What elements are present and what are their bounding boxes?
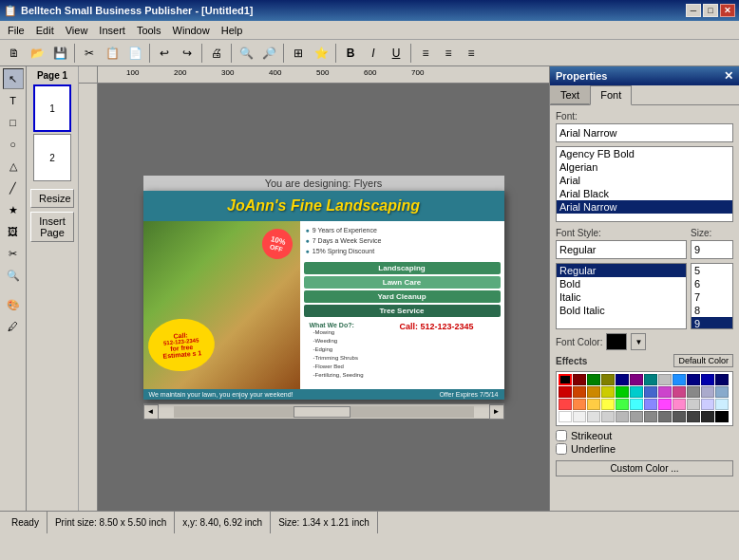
palette-cell-smoke[interactable] (587, 411, 600, 422)
palette-cell-lavender[interactable] (701, 386, 714, 398)
palette-cell-orange-dark[interactable] (573, 386, 586, 398)
palette-cell-gray4[interactable] (658, 411, 672, 422)
properties-close-button[interactable]: ✕ (724, 69, 733, 83)
crop-tool[interactable]: ✂ (3, 243, 24, 264)
ellipse-tool[interactable]: ○ (3, 134, 24, 155)
scroll-track[interactable] (174, 406, 474, 418)
color-swatch[interactable] (606, 333, 627, 350)
font-item-agency[interactable]: Agency FB Bold (557, 147, 732, 160)
star-button[interactable]: ⭐ (311, 43, 332, 64)
font-item-algerian[interactable]: Algerian (557, 160, 732, 174)
menu-edit[interactable]: Edit (30, 23, 60, 38)
palette-cell-magenta[interactable] (658, 399, 672, 410)
underline-button[interactable]: U (386, 43, 407, 64)
palette-cell-gold[interactable] (587, 399, 600, 410)
palette-cell-purple[interactable] (630, 374, 643, 385)
palette-cell-pink-dark[interactable] (673, 386, 686, 398)
zoom-out-button[interactable]: 🔎 (258, 43, 279, 64)
palette-cell-gray2[interactable] (630, 411, 643, 422)
default-color-button[interactable]: Default Color (673, 354, 733, 367)
align-right-button[interactable]: ≡ (461, 43, 482, 64)
color-dropdown[interactable]: ▼ (631, 333, 646, 350)
style-item-regular[interactable]: Regular (557, 264, 686, 277)
palette-cell-gray[interactable] (687, 386, 700, 398)
service-btn-yard[interactable]: Yard Cleanup (304, 290, 501, 303)
undo-button[interactable]: ↩ (154, 43, 175, 64)
palette-cell-violet[interactable] (658, 386, 672, 398)
palette-cell-darkgreen[interactable] (587, 374, 600, 385)
shape-tool[interactable]: □ (3, 112, 24, 133)
font-item-arial-narrow[interactable]: Arial Narrow (557, 200, 732, 214)
style-item-bold-italic[interactable]: Bold Italic (557, 304, 686, 317)
size-item-9[interactable]: 9 (692, 317, 732, 329)
size-item-5[interactable]: 5 (692, 264, 732, 277)
size-input[interactable] (691, 240, 733, 259)
resize-button[interactable]: Resize (30, 189, 74, 208)
align-center-button[interactable]: ≡ (438, 43, 459, 64)
italic-button[interactable]: I (363, 43, 384, 64)
palette-cell-lightblue[interactable] (715, 399, 729, 410)
select-tool[interactable]: ↖ (3, 68, 24, 89)
palette-cell-yellow-dark[interactable] (601, 386, 615, 398)
palette-cell-lime-bright[interactable] (616, 399, 629, 410)
palette-cell-nearblack[interactable] (701, 411, 714, 422)
custom-color-button[interactable]: Custom Color ... (556, 460, 733, 476)
palette-cell-silver2[interactable] (616, 411, 629, 422)
image-tool[interactable]: 🖼 (3, 221, 24, 242)
palette-cell-black2[interactable] (715, 411, 729, 422)
palette-cell-gray5[interactable] (673, 411, 686, 422)
font-input[interactable] (556, 123, 733, 142)
close-button[interactable]: ✕ (720, 4, 735, 17)
scroll-left-arrow[interactable]: ◄ (143, 404, 159, 420)
palette-cell-gray3[interactable] (644, 411, 657, 422)
paste-button[interactable]: 📄 (124, 43, 145, 64)
copy-button[interactable]: 📋 (102, 43, 123, 64)
maximize-button[interactable]: □ (703, 4, 718, 17)
size-item-8[interactable]: 8 (692, 304, 732, 317)
underline-checkbox[interactable] (556, 443, 567, 455)
tab-font[interactable]: Font (590, 85, 632, 105)
horizontal-scrollbar[interactable]: ◄ ► (143, 403, 504, 419)
size-item-7[interactable]: 7 (692, 290, 732, 304)
table-button[interactable]: ⊞ (288, 43, 309, 64)
print-button[interactable]: 🖨 (206, 43, 227, 64)
menu-view[interactable]: View (60, 23, 94, 38)
palette-cell-silver[interactable] (658, 374, 672, 385)
palette-cell-lightgray[interactable] (687, 399, 700, 410)
zoom-in-button[interactable]: 🔍 (236, 43, 256, 64)
menu-tools[interactable]: Tools (131, 23, 167, 38)
align-left-button[interactable]: ≡ (415, 43, 436, 64)
menu-insert[interactable]: Insert (93, 23, 131, 38)
palette-cell-lime[interactable] (616, 386, 629, 398)
palette-cell-cyan-dark[interactable] (630, 386, 643, 398)
palette-cell-salmon[interactable] (573, 399, 586, 410)
minimize-button[interactable]: ─ (686, 4, 701, 17)
menu-help[interactable]: Help (216, 23, 249, 38)
style-item-italic[interactable]: Italic (557, 290, 686, 304)
star-tool[interactable]: ★ (3, 199, 24, 220)
palette-cell-darkblue[interactable] (715, 374, 729, 385)
font-item-arial-black[interactable]: Arial Black (557, 187, 732, 200)
palette-cell-yellow[interactable] (601, 399, 615, 410)
palette-cell-blue[interactable] (701, 374, 714, 385)
redo-button[interactable]: ↪ (177, 43, 198, 64)
menu-window[interactable]: Window (167, 23, 216, 38)
new-button[interactable]: 🗎 (4, 43, 25, 64)
triangle-tool[interactable]: △ (3, 156, 24, 177)
flyer-canvas[interactable]: JoAnn's Fine Landscaping 10% OFF (143, 191, 504, 400)
bold-button[interactable]: B (340, 43, 361, 64)
color-border-tool[interactable]: 🖊 (3, 316, 24, 337)
palette-cell-periwinkle[interactable] (644, 399, 657, 410)
palette-cell-lightred[interactable] (559, 399, 572, 410)
service-btn-landscaping[interactable]: Landscaping (304, 262, 501, 274)
palette-cell-white[interactable] (559, 411, 572, 422)
font-list[interactable]: Agency FB Bold Algerian Arial Arial Blac… (556, 146, 733, 222)
palette-cell-teal[interactable] (644, 374, 657, 385)
palette-cell-black-selected[interactable] (559, 374, 572, 385)
save-button[interactable]: 💾 (49, 43, 70, 64)
palette-cell-cyan[interactable] (630, 399, 643, 410)
text-tool[interactable]: T (3, 90, 24, 111)
palette-cell-red[interactable] (559, 386, 572, 398)
palette-cell-olive[interactable] (601, 374, 615, 385)
palette-cell-lightblue-gray[interactable] (715, 386, 729, 398)
